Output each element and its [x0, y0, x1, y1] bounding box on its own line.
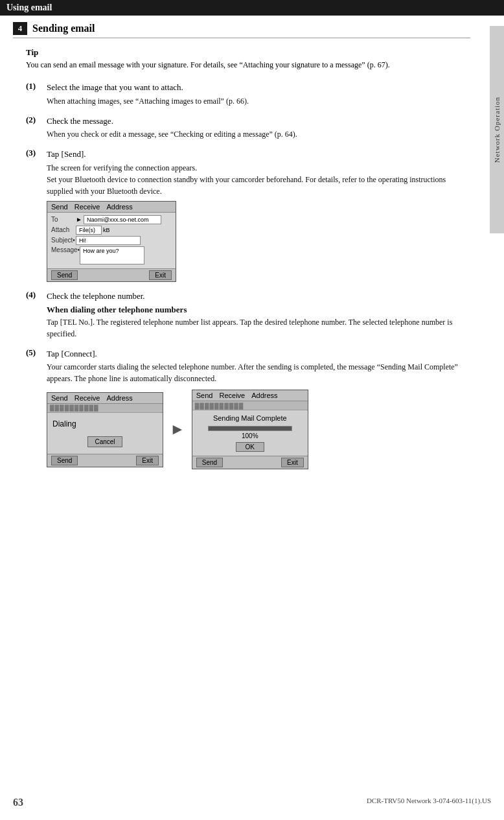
email-screen-container: Send Receive Address To ► Naomi@xxx.so-n… [47, 201, 470, 282]
dialing-exit-btn[interactable]: Exit [136, 456, 159, 465]
step-3: (3) Tap [Send]. The screen for verifying… [26, 148, 470, 282]
dialing-screen: Send Receive Address ▓▓▓▓▓▓▓▓▓▓ Dialing … [47, 392, 163, 467]
dialing-addr-blur: ▓▓▓▓▓▓▓▓▓▓ [50, 404, 99, 411]
comp-menu-receive[interactable]: Receive [219, 392, 245, 399]
complete-body: Sending Mail Complete 100% OK [192, 410, 308, 456]
email-screen: Send Receive Address To ► Naomi@xxx.so-n… [47, 201, 176, 282]
step-4-main: Check the telephone number. [47, 290, 145, 303]
step-3-main: Tap [Send]. [47, 148, 86, 161]
step-3-sub2: Set your Bluetooth device to connection … [47, 174, 470, 197]
dial-menu-address[interactable]: Address [106, 394, 132, 402]
email-footer: Send Exit [47, 268, 176, 281]
dial-menu-send[interactable]: Send [51, 394, 68, 402]
attach-unit: kB [103, 227, 110, 233]
section-heading: 4 Sending email [13, 22, 470, 38]
menu-receive[interactable]: Receive [74, 203, 100, 211]
step-4-num: (4) [26, 290, 44, 300]
complete-exit-btn[interactable]: Exit [281, 458, 304, 467]
dialing-menubar: Send Receive Address [47, 393, 163, 404]
page-header: Using email [0, 0, 504, 16]
chapter-sidebar: Network Operation [490, 26, 504, 233]
attach-value: File(s) [76, 226, 102, 235]
step-4-sub: Tap [TEL No.]. The registered telephone … [47, 316, 470, 340]
menu-address[interactable]: Address [106, 203, 132, 211]
section-title: Sending email [32, 23, 95, 34]
step-5-sub: Your camcorder starts dialing the select… [47, 361, 470, 384]
tip-title: Tip [26, 47, 470, 58]
ok-btn[interactable]: OK [236, 442, 264, 452]
complete-title: Sending Mail Complete [213, 414, 287, 422]
to-value: Naomi@xxx.so-net.com [84, 215, 161, 224]
complete-menubar: Send Receive Address [192, 390, 308, 401]
message-label: Message• [51, 246, 80, 253]
dialing-footer: Send Exit [47, 454, 163, 467]
complete-addr-blur: ▓▓▓▓▓▓▓▓▓▓ [195, 403, 244, 409]
step-4-bold-sub: When dialing other telephone numbers [47, 303, 470, 316]
step-5-num: (5) [26, 347, 44, 358]
section-number: 4 [13, 22, 27, 35]
to-arrow: ► [76, 216, 82, 223]
subject-label: Subject• [51, 237, 76, 244]
email-menubar: Send Receive Address [47, 202, 176, 213]
comp-menu-address[interactable]: Address [251, 392, 277, 399]
complete-send-btn[interactable]: Send [196, 458, 223, 467]
attach-label: Attach [51, 226, 76, 233]
step-2-num: (2) [26, 115, 44, 125]
email-exit-btn[interactable]: Exit [149, 270, 172, 280]
tip-text: You can send an email message with your … [26, 59, 470, 71]
step-5-main: Tap [Connect]. [47, 347, 97, 360]
step-4: (4) Check the telephone number. When dia… [26, 290, 470, 340]
cancel-btn[interactable]: Cancel [87, 436, 122, 447]
comp-menu-send[interactable]: Send [196, 392, 213, 399]
step-1-num: (1) [26, 81, 44, 91]
dialing-send-btn[interactable]: Send [51, 456, 78, 465]
progress-pct: 100% [242, 432, 258, 439]
chapter-label: Network Operation [493, 97, 501, 163]
step-5: (5) Tap [Connect]. Your camcorder starts… [26, 347, 470, 470]
step-2-sub: When you check or edit a message, see “C… [47, 128, 470, 140]
step-2: (2) Check the message. When you check or… [26, 115, 470, 141]
dialing-text: Dialing [52, 419, 76, 428]
header-title: Using email [6, 3, 52, 13]
dial-menu-receive[interactable]: Receive [74, 394, 100, 402]
complete-footer: Send Exit [192, 456, 308, 469]
email-body: To ► Naomi@xxx.so-net.com Attach File(s)… [47, 213, 176, 268]
menu-send[interactable]: Send [51, 203, 68, 211]
step-1-main: Select the image that you want to attach… [47, 81, 183, 94]
step-1-sub: When attaching images, see “Attaching im… [47, 95, 470, 107]
arrow-right-icon: ► [170, 421, 185, 438]
email-send-btn[interactable]: Send [51, 270, 78, 280]
to-label: To [51, 216, 76, 223]
step-3-num: (3) [26, 148, 44, 158]
step-1: (1) Select the image that you want to at… [26, 81, 470, 107]
dialing-body: Dialing Cancel [47, 413, 163, 454]
main-content: 4 Sending email Tip You can send an emai… [0, 16, 490, 490]
step-3-sub1: The screen for verifying the connection … [47, 162, 470, 174]
subject-value: Hi! [76, 236, 141, 245]
progress-bar-fill [209, 427, 292, 430]
tip-block: Tip You can send an email message with y… [26, 47, 470, 71]
complete-screen: Send Receive Address ▓▓▓▓▓▓▓▓▓▓ Sending … [192, 390, 308, 469]
page-number: 63 [13, 797, 23, 808]
page-footer: 63 DCR-TRV50 Network 3-074-603-11(1).US [0, 797, 504, 808]
progress-bar-container [208, 426, 292, 431]
step-2-main: Check the message. [47, 115, 113, 128]
message-value: How are you? [80, 246, 144, 264]
model-info: DCR-TRV50 Network 3-074-603-11(1).US [367, 797, 491, 808]
screens-row: Send Receive Address ▓▓▓▓▓▓▓▓▓▓ Dialing … [47, 390, 470, 469]
